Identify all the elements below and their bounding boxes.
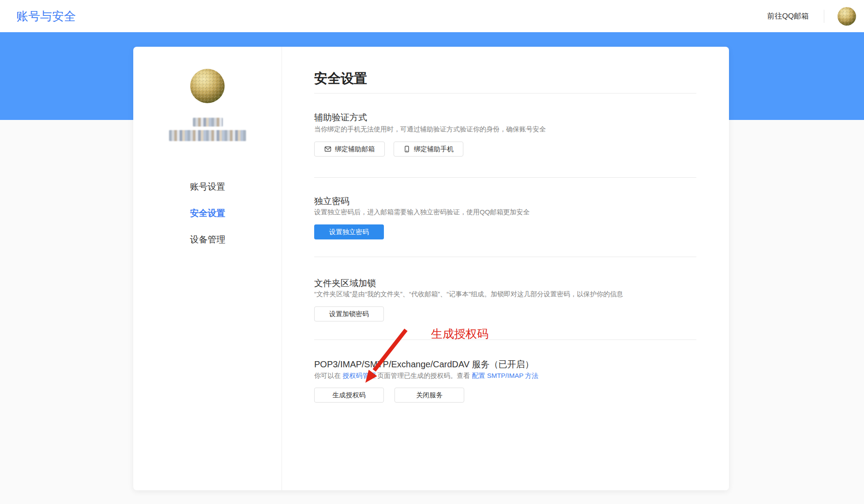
sidebar: 账号设置 安全设置 设备管理 (133, 47, 282, 490)
page-title: 安全设置 (314, 70, 367, 88)
sec3-title: 文件夹区域加锁 (314, 277, 376, 289)
sec4-desc-prefix: 你可以在 (314, 372, 342, 379)
censored-username (193, 118, 223, 127)
sidebar-item-device-management[interactable]: 设备管理 (133, 234, 282, 246)
sidebar-item-security-settings[interactable]: 安全设置 (133, 207, 282, 219)
goto-qqmail-link[interactable]: 前往QQ邮箱 (767, 11, 809, 21)
header-divider (824, 10, 824, 23)
bind-backup-phone-label: 绑定辅助手机 (414, 145, 454, 153)
smtp-imap-config-link[interactable]: 配置 SMTP/IMAP 方法 (472, 372, 539, 379)
close-service-button[interactable]: 关闭服务 (394, 388, 464, 403)
sec1-desc: 当你绑定的手机无法使用时，可通过辅助验证方式验证你的身份，确保账号安全 (314, 125, 546, 134)
close-service-label: 关闭服务 (416, 391, 443, 399)
bind-backup-phone-button[interactable]: 绑定辅助手机 (394, 142, 463, 157)
censored-email (169, 130, 246, 141)
set-lock-password-label: 设置加锁密码 (329, 310, 369, 318)
section-divider (314, 257, 696, 257)
sec3-desc: “文件夹区域”是由“我的文件夹”、“代收邮箱”、“记事本”组成。加锁即对这几部分… (314, 290, 623, 299)
profile-avatar (190, 69, 225, 103)
settings-card: 账号设置 安全设置 设备管理 安全设置 辅助验证方式 当你绑定的手机无法使用时，… (133, 47, 729, 490)
content-area: 安全设置 辅助验证方式 当你绑定的手机无法使用时，可通过辅助验证方式验证你的身份… (282, 47, 729, 490)
section-divider (314, 177, 696, 178)
top-bar: 账号与安全 前往QQ邮箱 (0, 0, 864, 32)
top-bar-right: 前往QQ邮箱 (767, 0, 856, 32)
set-lock-password-button[interactable]: 设置加锁密码 (314, 306, 384, 321)
bind-backup-email-label: 绑定辅助邮箱 (335, 145, 375, 153)
bind-backup-email-button[interactable]: 绑定辅助邮箱 (314, 142, 385, 157)
envelope-icon (324, 146, 331, 153)
sec1-title: 辅助验证方式 (314, 112, 367, 123)
set-independent-password-button[interactable]: 设置独立密码 (314, 224, 384, 239)
sec4-title: POP3/IMAP/SMTP/Exchange/CardDAV 服务（已开启） (314, 358, 534, 370)
sec2-desc: 设置独立密码后，进入邮箱需要输入独立密码验证，使用QQ邮箱更加安全 (314, 208, 530, 217)
section-divider (314, 93, 696, 93)
annotation-arrow-icon (362, 328, 415, 390)
sec4-desc: 你可以在 授权码管理 页面管理已生成的授权码。查看 配置 SMTP/IMAP 方… (314, 372, 538, 380)
generate-auth-code-button[interactable]: 生成授权码 (314, 388, 384, 403)
sec2-title: 独立密码 (314, 195, 349, 207)
phone-icon (403, 146, 410, 153)
annotation-text: 生成授权码 (431, 326, 488, 342)
page-header-title: 账号与安全 (16, 0, 76, 32)
user-avatar[interactable] (838, 7, 856, 26)
sidebar-item-account-settings[interactable]: 账号设置 (133, 181, 282, 193)
generate-auth-code-label: 生成授权码 (333, 391, 366, 399)
